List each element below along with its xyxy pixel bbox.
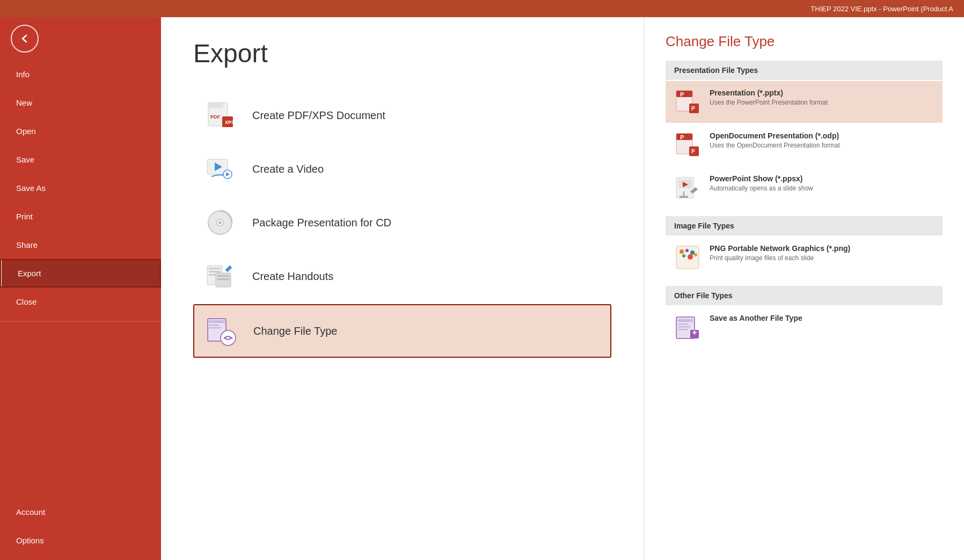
svg-rect-13 <box>209 268 221 269</box>
pdf-icon: PDF XPS <box>204 99 236 131</box>
svg-point-11 <box>219 222 222 224</box>
filetype-other[interactable]: Save as Another File Type <box>666 306 943 348</box>
export-title: Export <box>193 39 611 68</box>
svg-point-45 <box>694 253 697 256</box>
ppsx-text: PowerPoint Show (*.ppsx) Automatically o… <box>710 174 813 193</box>
sidebar-item-account[interactable]: Account <box>0 498 161 526</box>
svg-point-23 <box>221 330 236 345</box>
svg-rect-50 <box>678 329 688 330</box>
filetype-pptx[interactable]: P P Presentation (*.pptx) Uses the Power… <box>666 81 943 123</box>
svg-point-43 <box>682 254 685 257</box>
svg-text:P: P <box>691 149 695 154</box>
back-button[interactable] <box>11 25 39 53</box>
handouts-label: Create Handouts <box>252 270 333 283</box>
svg-point-44 <box>688 254 693 260</box>
file-type-title: Change File Type <box>666 33 943 50</box>
svg-rect-14 <box>209 271 221 272</box>
svg-point-41 <box>685 249 689 252</box>
svg-text:P: P <box>680 91 684 98</box>
sidebar: Info New Open Save Save As Print Share E… <box>0 17 161 560</box>
export-option-handouts[interactable]: Create Handouts <box>193 250 611 302</box>
svg-rect-49 <box>678 326 691 328</box>
svg-rect-17 <box>217 275 229 277</box>
odp-desc: Uses the OpenDocument Presentation forma… <box>710 141 840 150</box>
video-icon <box>204 153 236 185</box>
filetype-odp[interactable]: P P OpenDocument Presentation (*.odp) Us… <box>666 124 943 166</box>
pptx-text: Presentation (*.pptx) Uses the PowerPoin… <box>710 89 828 107</box>
svg-text:P: P <box>680 134 684 141</box>
svg-rect-20 <box>209 320 225 323</box>
other-icon <box>674 314 701 341</box>
odp-icon: P P <box>674 131 701 158</box>
pptx-name: Presentation (*.pptx) <box>710 89 828 97</box>
pptx-desc: Uses the PowerPoint Presentation format <box>710 98 828 107</box>
content-area: Export PDF XPS Create PDF/XPS Document <box>161 17 964 560</box>
section-header-image: Image File Types <box>666 216 943 235</box>
sidebar-item-save[interactable]: Save <box>0 145 161 174</box>
odp-text: OpenDocument Presentation (*.odp) Uses t… <box>710 131 840 150</box>
export-option-changetype[interactable]: Change File Type <box>193 304 611 358</box>
export-option-cd[interactable]: Package Presentation for CD <box>193 197 611 248</box>
ppsx-name: PowerPoint Show (*.ppsx) <box>710 174 813 183</box>
odp-name: OpenDocument Presentation (*.odp) <box>710 131 840 140</box>
file-type-panel: Change File Type Presentation File Types… <box>644 17 964 560</box>
section-gap-1 <box>666 210 943 216</box>
other-name: Save as Another File Type <box>710 314 802 322</box>
sidebar-item-new[interactable]: New <box>0 89 161 117</box>
export-panel: Export PDF XPS Create PDF/XPS Document <box>161 17 644 560</box>
svg-rect-48 <box>678 323 689 325</box>
svg-rect-21 <box>209 325 220 326</box>
svg-rect-32 <box>676 134 692 140</box>
export-option-pdf[interactable]: PDF XPS Create PDF/XPS Document <box>193 90 611 141</box>
sidebar-item-saveas[interactable]: Save As <box>0 174 161 202</box>
changetype-icon <box>205 315 237 347</box>
svg-text:PDF: PDF <box>210 114 221 120</box>
svg-rect-47 <box>678 319 693 322</box>
sidebar-nav: Info New Open Save Save As Print Share E… <box>0 60 161 560</box>
sidebar-item-print[interactable]: Print <box>0 202 161 231</box>
svg-point-42 <box>690 250 695 255</box>
sidebar-item-export[interactable]: Export <box>0 259 161 288</box>
section-header-presentation: Presentation File Types <box>666 61 943 80</box>
png-icon <box>674 244 701 271</box>
png-text: PNG Portable Network Graphics (*.png) Pr… <box>710 244 850 263</box>
sidebar-item-info[interactable]: Info <box>0 60 161 89</box>
png-desc: Print quality image files of each slide <box>710 254 850 263</box>
sidebar-divider <box>0 321 161 322</box>
sidebar-item-close[interactable]: Close <box>0 288 161 316</box>
png-name: PNG Portable Network Graphics (*.png) <box>710 244 850 253</box>
main-container: Info New Open Save Save As Print Share E… <box>0 17 964 560</box>
changetype-label: Change File Type <box>253 325 337 337</box>
sidebar-item-options[interactable]: Options <box>0 526 161 555</box>
handouts-icon <box>204 260 236 292</box>
ppsx-icon <box>674 174 701 201</box>
svg-point-40 <box>680 249 684 254</box>
svg-rect-53 <box>694 330 695 335</box>
filetype-ppsx[interactable]: PowerPoint Show (*.ppsx) Automatically o… <box>666 167 943 209</box>
section-gap-2 <box>666 279 943 286</box>
cd-label: Package Presentation for CD <box>252 217 391 229</box>
svg-rect-22 <box>209 327 222 329</box>
ppsx-desc: Automatically opens as a slide show <box>710 184 813 193</box>
video-label: Create a Video <box>252 163 324 175</box>
sidebar-item-share[interactable]: Share <box>0 231 161 259</box>
svg-rect-27 <box>676 91 692 97</box>
pdf-label: Create PDF/XPS Document <box>252 109 385 122</box>
sidebar-item-open[interactable]: Open <box>0 117 161 145</box>
svg-text:P: P <box>691 106 695 112</box>
sidebar-bottom: Account Options <box>0 498 161 560</box>
other-text: Save as Another File Type <box>710 314 802 323</box>
pptx-icon: P P <box>674 89 701 115</box>
svg-rect-18 <box>217 278 229 280</box>
title-text: THIEP 2022 VIE.pptx - PowerPoint (Produc… <box>810 5 953 13</box>
svg-text:XPS: XPS <box>225 120 235 125</box>
filetype-png[interactable]: PNG Portable Network Graphics (*.png) Pr… <box>666 237 943 278</box>
title-bar: THIEP 2022 VIE.pptx - PowerPoint (Produc… <box>0 0 964 17</box>
svg-rect-1 <box>208 102 223 108</box>
cd-icon <box>204 207 236 239</box>
section-header-other: Other File Types <box>666 286 943 305</box>
export-option-video[interactable]: Create a Video <box>193 143 611 195</box>
